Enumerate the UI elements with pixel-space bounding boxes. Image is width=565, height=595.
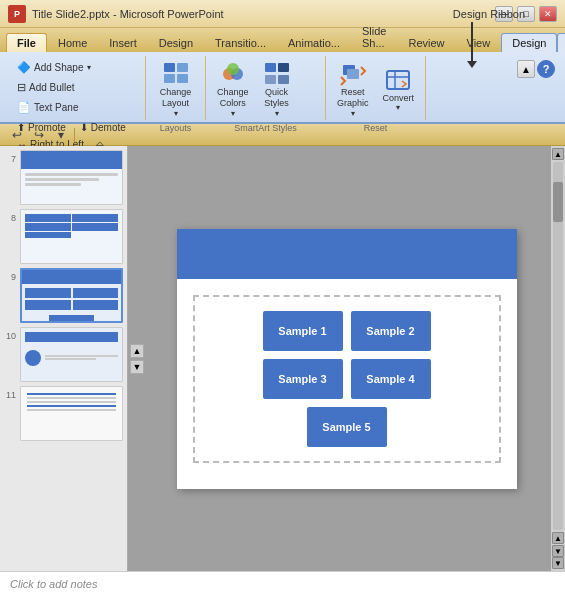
change-layout-label: ChangeLayout	[160, 87, 192, 109]
scroll-track	[553, 162, 563, 530]
slide-num-9: 9	[4, 268, 16, 282]
convert-label: Convert	[383, 93, 415, 103]
change-layout-button[interactable]: ChangeLayout ▾	[155, 58, 197, 121]
reset-graphic-button[interactable]: ResetGraphic ▾	[332, 58, 374, 121]
smartart-cell-5[interactable]: Sample 5	[307, 407, 387, 447]
change-colors-dropdown[interactable]: ▾	[231, 109, 235, 118]
slide-num-11: 11	[4, 386, 16, 400]
slide-thumb-7[interactable]: 7	[4, 150, 123, 205]
undo-button[interactable]: ↩	[8, 126, 26, 144]
svg-rect-2	[164, 74, 175, 83]
slide-header	[177, 229, 517, 279]
app-icon: P	[8, 5, 26, 23]
smartart-cell-3[interactable]: Sample 3	[263, 359, 343, 399]
slide-body: Sample 1 Sample 2 Sample 3 Sample 4	[177, 279, 517, 479]
annotation-arrow	[471, 22, 473, 62]
help-button[interactable]: ?	[537, 60, 555, 78]
svg-rect-1	[177, 63, 188, 72]
demote-button[interactable]: ⬇ Demote	[75, 119, 131, 136]
smartart-row-3: Sample 5	[307, 407, 387, 447]
demote-icon: ⬇	[80, 122, 88, 133]
scroll-thumb[interactable]	[553, 182, 563, 222]
add-bullet-button[interactable]: ⊟ Add Bullet	[12, 78, 80, 97]
tab-format[interactable]: Format	[557, 33, 565, 52]
scroll-down-button[interactable]: ▼	[130, 360, 144, 374]
notes-area[interactable]: Click to add notes	[0, 571, 565, 595]
scroll-up-arrow[interactable]: ▲	[552, 148, 564, 160]
tab-file[interactable]: File	[6, 33, 47, 52]
slide-preview-7[interactable]	[20, 150, 123, 205]
convert-dropdown[interactable]: ▾	[396, 103, 400, 112]
tab-design2[interactable]: Design	[501, 33, 557, 52]
slide-thumb-9[interactable]: 9	[4, 268, 123, 323]
quick-styles-label: QuickStyles	[264, 87, 289, 109]
tab-home[interactable]: Home	[47, 33, 98, 52]
slide-thumb-11[interactable]: 11	[4, 386, 123, 441]
svg-rect-8	[278, 63, 289, 72]
reset-graphic-label: ResetGraphic	[337, 87, 369, 109]
svg-rect-7	[265, 63, 276, 72]
vertical-scrollbar: ▲ ▲ ▼ ▼	[551, 146, 565, 571]
slide-preview-8[interactable]	[20, 209, 123, 264]
add-shape-button[interactable]: 🔷 Add Shape ▾	[12, 58, 96, 77]
slide-preview-10[interactable]	[20, 327, 123, 382]
slide-num-8: 8	[4, 209, 16, 223]
tab-transitions[interactable]: Transitio...	[204, 33, 277, 52]
smartart-cell-2[interactable]: Sample 2	[351, 311, 431, 351]
reset-graphic-dropdown[interactable]: ▾	[351, 109, 355, 118]
change-layout-dropdown[interactable]: ▾	[174, 109, 178, 118]
smartart-row-2: Sample 3 Sample 4	[263, 359, 431, 399]
scroll-up-button[interactable]: ▲	[130, 344, 144, 358]
window-title: Title Slide2.pptx - Microsoft PowerPoint	[32, 8, 224, 20]
scroll-down2-arrow[interactable]: ▼	[552, 545, 564, 557]
smartart-cell-4[interactable]: Sample 4	[351, 359, 431, 399]
main-area: 7 8	[0, 146, 565, 571]
ribbon-group-smartart-styles: ChangeColors ▾ QuickStyles ▾	[206, 56, 326, 120]
svg-rect-3	[177, 74, 188, 83]
title-bar: P Title Slide2.pptx - Microsoft PowerPoi…	[0, 0, 565, 28]
slide-panel: 7 8	[0, 146, 128, 571]
scroll-up2-arrow[interactable]: ▲	[552, 532, 564, 544]
collapse-ribbon-button[interactable]: ▲	[517, 60, 535, 78]
quick-styles-dropdown[interactable]: ▾	[275, 109, 279, 118]
separator	[74, 128, 75, 142]
tab-review[interactable]: Review	[397, 33, 455, 52]
notes-placeholder: Click to add notes	[10, 578, 97, 590]
slide-canvas: Sample 1 Sample 2 Sample 3 Sample 4	[177, 229, 517, 489]
convert-button[interactable]: Convert ▾	[378, 64, 420, 115]
quick-styles-icon	[263, 61, 291, 87]
maximize-button[interactable]: □	[517, 6, 535, 22]
svg-rect-13	[387, 71, 409, 89]
tab-design[interactable]: Design	[148, 33, 204, 52]
redo-button[interactable]: ↪	[30, 126, 48, 144]
slide-preview-9[interactable]	[20, 268, 123, 323]
smartart-cell-1[interactable]: Sample 1	[263, 311, 343, 351]
tab-insert[interactable]: Insert	[98, 33, 148, 52]
add-shape-dropdown-icon[interactable]: ▾	[87, 63, 91, 72]
text-pane-button[interactable]: 📄 Text Pane	[12, 98, 83, 117]
tab-animations[interactable]: Animatio...	[277, 33, 351, 52]
slide-thumb-8[interactable]: 8	[4, 209, 123, 264]
svg-rect-9	[265, 75, 276, 84]
add-shape-icon: 🔷	[17, 61, 31, 74]
tab-view[interactable]: View	[456, 33, 502, 52]
slide-num-7: 7	[4, 150, 16, 164]
close-button[interactable]: ✕	[539, 6, 557, 22]
minimize-button[interactable]: —	[495, 6, 513, 22]
svg-point-6	[227, 63, 239, 75]
slide-preview-11[interactable]	[20, 386, 123, 441]
tab-slideshow[interactable]: Slide Sh...	[351, 21, 397, 52]
add-bullet-icon: ⊟	[17, 81, 26, 94]
ribbon-content: 🔷 Add Shape ▾ ⊟ Add Bullet 📄 Text Pane ⬆…	[0, 52, 565, 124]
slide-num-10: 10	[4, 327, 16, 341]
slide-thumb-10[interactable]: 10	[4, 327, 123, 382]
quick-styles-button[interactable]: QuickStyles ▾	[258, 58, 296, 121]
ribbon-group-reset: ResetGraphic ▾ Convert ▾	[326, 56, 426, 120]
quick-access-dropdown[interactable]: ▾	[52, 126, 70, 144]
change-colors-label: ChangeColors	[217, 87, 249, 109]
change-layout-icon	[162, 61, 190, 87]
reset-label: Reset	[332, 123, 419, 133]
svg-rect-0	[164, 63, 175, 72]
change-colors-button[interactable]: ChangeColors ▾	[212, 58, 254, 121]
scroll-down-arrow[interactable]: ▼	[552, 557, 564, 569]
